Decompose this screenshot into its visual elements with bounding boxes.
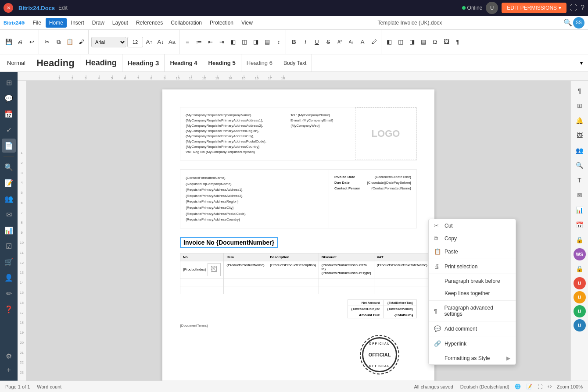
help-icon[interactable]: ? [581, 4, 584, 12]
save-button[interactable]: 💾 [4, 37, 14, 47]
calendar-right-icon[interactable]: 📅 [573, 218, 586, 232]
close-button[interactable]: ✕ [4, 3, 13, 13]
edit2-sidebar-icon[interactable]: ✏ [2, 286, 16, 300]
font-size-input[interactable] [127, 37, 143, 47]
text-color-button[interactable]: A [357, 37, 368, 47]
menu-insert[interactable]: Insert [68, 18, 88, 28]
settings-sidebar-icon[interactable]: ⚙ [2, 349, 16, 363]
ctx-add-comment[interactable]: 💬 Add comment [429, 322, 516, 335]
align-right2-button[interactable]: ◨ [407, 37, 417, 47]
fit-page-icon[interactable]: ⇔ [548, 384, 552, 389]
underline-button[interactable]: U [312, 37, 322, 47]
search-sidebar-icon[interactable]: 🔍 [2, 160, 16, 174]
support-sidebar-icon[interactable]: ❓ [2, 302, 16, 316]
ctx-cut[interactable]: ✂ Cut [429, 219, 516, 232]
search-icon[interactable]: 🔍 [563, 18, 572, 27]
contacts-sidebar-icon[interactable]: 👥 [2, 192, 16, 206]
chat-sidebar-icon[interactable]: 💬 [2, 91, 16, 105]
ctx-paste[interactable]: 📋 Paste [429, 245, 516, 258]
menu-view[interactable]: View [238, 18, 256, 28]
show-hide-button[interactable]: ¶ [452, 37, 463, 47]
strikethrough-button[interactable]: S̶ [323, 37, 333, 47]
edit-permissions-button[interactable]: EDIT PERMISSIONS ▾ [502, 3, 566, 13]
insert-image-button[interactable]: 🖼 [441, 37, 452, 47]
hr-sidebar-icon[interactable]: 👤 [2, 271, 16, 285]
style-dropdown-button[interactable]: ▾ [577, 58, 586, 68]
align-left-button[interactable]: ◧ [228, 37, 238, 47]
ctx-print-selection[interactable]: 🖨 Print selection [429, 260, 516, 273]
decrease-indent-button[interactable]: ⇤ [205, 37, 215, 47]
tasks2-sidebar-icon[interactable]: ☑ [2, 239, 16, 253]
ctx-paragraph-settings[interactable]: ¶ Paragraph advanced settings [429, 302, 516, 320]
style-body-text[interactable]: Body Text [278, 54, 312, 71]
menu-home[interactable]: Home [46, 18, 67, 28]
special-chars-button[interactable]: Ω [430, 37, 440, 47]
align-center2-button[interactable]: ◫ [395, 37, 406, 47]
numbered-list-button[interactable]: ≔ [194, 37, 204, 47]
calendar-sidebar-icon[interactable]: 📅 [2, 107, 16, 121]
scroll-area[interactable]: {MyCompanyRequisiteRqCompanyName} {MyCom… [26, 81, 570, 381]
line-spacing-button[interactable]: ↕ [273, 37, 284, 47]
mail-right-icon[interactable]: ✉ [573, 189, 586, 202]
track-changes-icon[interactable]: 📝 [526, 384, 532, 389]
menu-protection[interactable]: Protection [206, 18, 237, 28]
justify-button[interactable]: ▤ [262, 37, 272, 47]
cart-sidebar-icon[interactable]: 🛒 [2, 255, 16, 269]
cut-button[interactable]: ✂ [42, 37, 52, 47]
style-heading6[interactable]: Heading 6 [241, 54, 278, 71]
font-shrink-button[interactable]: A↓ [155, 37, 166, 47]
menu-references[interactable]: References [133, 18, 166, 28]
format-painter-button[interactable]: 🖌 [76, 37, 86, 47]
contacts-right-icon[interactable]: 👥 [573, 144, 586, 157]
undo-button[interactable]: ↩ [26, 37, 37, 47]
menu-collaboration[interactable]: Collaboration [167, 18, 205, 28]
highlight-button[interactable]: 🖊 [369, 37, 379, 47]
menu-layout[interactable]: Layout [109, 18, 132, 28]
copy-button[interactable]: ⧉ [53, 37, 64, 47]
ctx-keep-lines[interactable]: Keep lines together [429, 287, 516, 299]
ctx-formatting-style[interactable]: Formatting as Style ▶ [429, 352, 516, 364]
print-button[interactable]: 🖨 [15, 37, 25, 47]
crm-right-icon[interactable]: 📊 [573, 203, 586, 217]
align-center-button[interactable]: ◫ [239, 37, 250, 47]
fullscreen-status-icon[interactable]: ⛶ [538, 384, 542, 389]
mail-sidebar-icon[interactable]: ✉ [2, 207, 16, 221]
text-format-right-icon[interactable]: T [573, 174, 586, 187]
notes-sidebar-icon[interactable]: 📝 [2, 176, 16, 190]
bold-button[interactable]: B [289, 37, 299, 47]
ctx-copy[interactable]: ⧉ Copy [429, 232, 516, 245]
home-sidebar-icon[interactable]: ⊞ [2, 75, 16, 89]
style-heading4[interactable]: Heading 4 [165, 54, 203, 71]
edit-label[interactable]: Edit [58, 5, 68, 11]
increase-indent-button[interactable]: ⇥ [216, 37, 227, 47]
align-right-button[interactable]: ◨ [251, 37, 261, 47]
lock-right-icon[interactable]: 🔒 [573, 233, 586, 246]
style-heading3[interactable]: Heading 3 [122, 54, 165, 71]
notification-right-icon[interactable]: 🔔 [573, 114, 586, 127]
ctx-page-break[interactable]: Paragraph break before [429, 275, 516, 287]
menu-draw[interactable]: Draw [89, 18, 108, 28]
language-label[interactable]: Deutsch (Deutschland) [460, 384, 509, 389]
add-sidebar-icon[interactable]: + [2, 363, 16, 377]
docs-sidebar-icon[interactable]: 📄 [2, 139, 16, 153]
superscript-button[interactable]: A² [334, 37, 345, 47]
align-left2-button[interactable]: ◧ [384, 37, 394, 47]
subscript-button[interactable]: A₂ [346, 37, 356, 47]
clear-format-button[interactable]: Aa [167, 37, 177, 47]
crm-sidebar-icon[interactable]: 📊 [2, 223, 16, 237]
justify2-button[interactable]: ▤ [418, 37, 429, 47]
style-heading2[interactable]: Heading [80, 54, 122, 71]
style-normal[interactable]: Normal [2, 54, 31, 71]
table-right-icon[interactable]: ⊞ [573, 99, 586, 112]
user-avatar[interactable]: U [486, 2, 498, 14]
italic-button[interactable]: I [300, 37, 311, 47]
tasks-sidebar-icon[interactable]: ✓ [2, 123, 16, 137]
menu-file[interactable]: File [29, 18, 44, 28]
style-heading1[interactable]: Heading [31, 54, 80, 71]
fullscreen-icon[interactable]: ⛶ [570, 4, 577, 12]
format-right-icon[interactable]: ¶ [573, 84, 586, 97]
search-right-icon[interactable]: 🔍 [573, 159, 586, 172]
style-heading5[interactable]: Heading 5 [203, 54, 241, 71]
font-family-select[interactable]: Arial [91, 37, 126, 47]
image-right-icon[interactable]: 🖼 [573, 129, 586, 142]
